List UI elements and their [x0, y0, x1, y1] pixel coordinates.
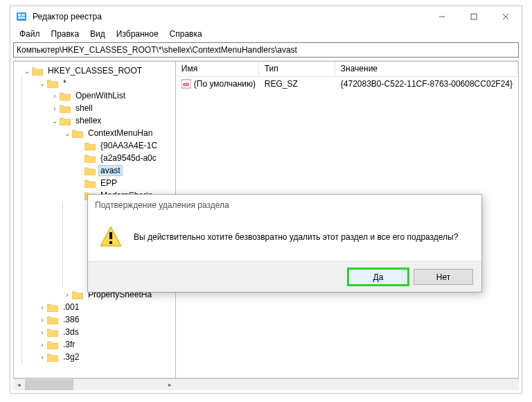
tree-node-avast[interactable]: avast [22, 164, 175, 177]
expand-icon[interactable]: › [37, 329, 47, 336]
list-row-default[interactable]: ab (По умолчанию) REG_SZ {472083B0-C522-… [176, 77, 518, 89]
svg-rect-11 [109, 232, 112, 239]
menubar: Файл Правка Вид Избранное Справка [10, 27, 522, 41]
folder-icon [60, 91, 71, 101]
window-title: Редактор реестра [33, 12, 102, 21]
expand-icon[interactable]: › [62, 291, 72, 299]
expand-icon[interactable]: › [50, 105, 60, 112]
cell-value: {472083B0-C522-11CF-8763-00608CC02F24} [335, 79, 518, 89]
tree-node-hkcr[interactable]: ⌄ HKEY_CLASSES_ROOT [17, 64, 175, 77]
tree-node-cmh[interactable]: ⌄ ContextMenuHan [22, 127, 175, 139]
folder-icon [72, 129, 83, 138]
dialog-title: Подтверждение удаления раздела [88, 195, 481, 216]
expand-icon[interactable]: ⌄ [50, 117, 60, 125]
minimize-button[interactable] [426, 6, 458, 27]
expand-icon[interactable]: ⌄ [37, 80, 47, 87]
tree-node-386[interactable]: › .386 [22, 313, 175, 326]
folder-icon [85, 141, 96, 150]
scroll-right-button[interactable]: ▸ [164, 379, 176, 390]
titlebar: Редактор реестра [10, 6, 522, 27]
menu-help[interactable]: Справка [165, 28, 207, 40]
warning-icon [99, 225, 123, 249]
tree-node-shell[interactable]: › shell [22, 102, 175, 114]
svg-text:ab: ab [183, 81, 189, 87]
no-button[interactable]: Нет [414, 269, 473, 285]
expand-icon[interactable]: › [37, 353, 47, 361]
horizontal-scrollbar[interactable]: ◂ ▸ [13, 378, 519, 390]
svg-rect-1 [18, 14, 21, 16]
list-header: Имя Тип Значение [176, 62, 518, 77]
col-value[interactable]: Значение [335, 62, 518, 76]
folder-icon [47, 353, 58, 362]
scroll-thumb[interactable] [25, 379, 73, 390]
folder-icon [47, 79, 58, 88]
yes-button[interactable]: Да [348, 269, 408, 285]
svg-rect-3 [18, 17, 25, 19]
expand-icon[interactable]: › [37, 341, 47, 349]
tree-node-epp[interactable]: EPP [22, 177, 175, 189]
tree-node-shellex[interactable]: ⌄ shellex [22, 114, 175, 127]
expand-icon[interactable]: › [50, 92, 60, 100]
tree-node-3fr[interactable]: › .3fr [22, 338, 175, 351]
svg-rect-5 [471, 14, 477, 19]
confirm-delete-dialog: Подтверждение удаления раздела Вы действ… [87, 194, 482, 292]
folder-icon [47, 340, 58, 349]
menu-file[interactable]: Файл [15, 28, 45, 40]
folder-icon [32, 67, 43, 76]
tree-node-guid2[interactable]: {a2a9545d-a0c [22, 152, 175, 164]
string-value-icon: ab [181, 79, 191, 89]
folder-icon [47, 315, 58, 324]
regedit-icon [16, 11, 27, 22]
expand-icon[interactable]: ⌄ [62, 130, 72, 137]
col-type[interactable]: Тип [259, 62, 335, 76]
address-bar[interactable]: Компьютер\HKEY_CLASSES_ROOT\*\shellex\Co… [13, 42, 519, 58]
expand-icon[interactable]: › [37, 304, 47, 311]
folder-icon [72, 290, 83, 299]
expand-icon[interactable]: ⌄ [22, 67, 32, 75]
menu-edit[interactable]: Правка [46, 28, 85, 40]
svg-rect-2 [21, 14, 25, 16]
tree-node-openwith[interactable]: › OpenWithList [22, 89, 175, 102]
svg-rect-12 [109, 241, 112, 244]
tree-node-star[interactable]: ⌄ * [22, 77, 175, 89]
folder-icon [47, 328, 58, 337]
expand-icon[interactable]: › [37, 316, 47, 324]
address-text: Компьютер\HKEY_CLASSES_ROOT\*\shellex\Co… [17, 45, 297, 55]
close-button[interactable] [490, 6, 522, 27]
tree-node-3g2[interactable]: › .3g2 [22, 351, 175, 363]
tree-node-3ds[interactable]: › .3ds [22, 326, 175, 338]
tree-node-guid1[interactable]: {90AA3A4E-1C [22, 139, 175, 152]
folder-icon [85, 166, 96, 175]
scroll-left-button[interactable]: ◂ [13, 379, 25, 390]
folder-icon [85, 154, 96, 163]
dialog-message: Вы действительно хотите безвозвратно уда… [134, 232, 458, 242]
cell-name: (По умолчанию) [194, 79, 256, 89]
maximize-button[interactable] [458, 6, 490, 27]
folder-icon [85, 179, 96, 188]
tree-node-001[interactable]: › .001 [22, 301, 175, 313]
col-name[interactable]: Имя [176, 62, 259, 76]
folder-icon [60, 104, 71, 113]
menu-favorites[interactable]: Избранное [112, 28, 163, 40]
folder-icon [47, 303, 58, 312]
folder-icon [60, 116, 71, 125]
cell-type: REG_SZ [259, 79, 335, 89]
menu-view[interactable]: Вид [85, 28, 110, 40]
